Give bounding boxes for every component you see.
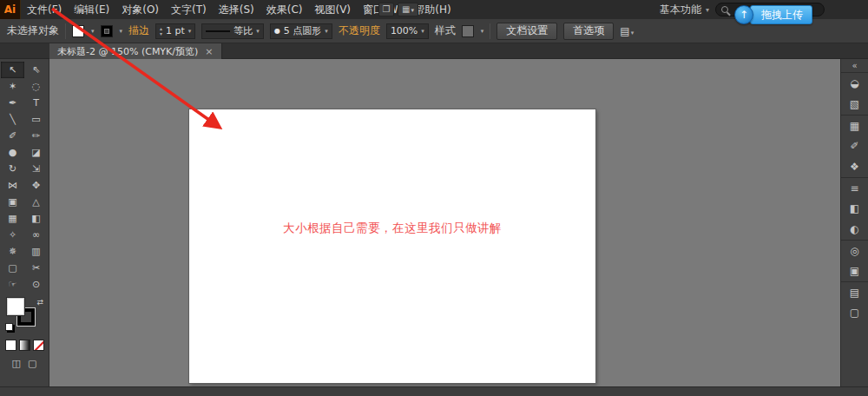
document-setup-button[interactable]: 文档设置 (496, 23, 557, 40)
fill-color-swatch[interactable] (72, 25, 84, 37)
fill-swatch[interactable] (7, 298, 24, 315)
arrange-documents-icon[interactable]: ❐ (378, 3, 394, 16)
free-transform-tool[interactable]: ✥ (24, 177, 48, 194)
eyedropper-tool[interactable]: ✧ (1, 227, 24, 243)
stroke-width-combo[interactable]: ▴▾ 1 pt ▾ (155, 23, 195, 39)
workspace-switcher[interactable]: 基本功能 ▾ (653, 0, 716, 19)
width-tool[interactable]: ⋈ (1, 177, 24, 194)
style-swatch[interactable] (462, 25, 474, 37)
selection-status: 未选择对象 (7, 23, 59, 38)
type-tool[interactable]: T (24, 95, 48, 111)
none-mode-button[interactable] (33, 340, 44, 351)
menu-item[interactable]: 效果(C) (260, 0, 309, 19)
column-graph-tool[interactable]: ▥ (24, 243, 48, 260)
gradient-tool[interactable]: ◧ (24, 210, 48, 227)
chevron-down-icon: ▾ (706, 6, 709, 14)
artboard-tool[interactable]: ▢ (1, 260, 24, 276)
chevron-down-icon[interactable]: ▾ (91, 28, 95, 35)
menu-item[interactable]: 文字(T) (165, 0, 213, 19)
rotate-tool[interactable]: ↻ (1, 161, 24, 177)
menu-item[interactable]: 文件(F) (21, 0, 68, 19)
menu-item[interactable]: 对象(O) (115, 0, 165, 19)
separator (490, 23, 490, 39)
chevron-down-icon: ▾ (631, 30, 635, 36)
document-tab-bar: 未标题-2 @ 150% (CMYK/预览) × (0, 43, 868, 59)
color-panel-icon[interactable]: ◒ (841, 73, 868, 94)
chevron-down-icon[interactable]: ▾ (188, 28, 192, 35)
slice-tool[interactable]: ✂ (24, 260, 48, 276)
style-label: 样式 (435, 23, 456, 38)
chevron-down-icon[interactable]: ▾ (256, 28, 260, 35)
color-mode-button[interactable] (5, 340, 16, 351)
symbols-panel-icon[interactable]: ❖ (841, 156, 868, 177)
stroke-profile-combo[interactable]: 等比 ▾ (201, 23, 264, 39)
color-guide-panel-icon[interactable]: ▧ (841, 94, 868, 115)
perspective-grid-tool[interactable]: △ (24, 194, 48, 210)
brush-combo[interactable]: ● 5 点圆形 ▾ (270, 23, 332, 39)
document-layout-icon[interactable]: ▦▾ (398, 3, 418, 16)
scale-tool[interactable]: ⇲ (24, 161, 48, 177)
brushes-panel-icon[interactable]: ✐ (841, 135, 868, 156)
artboards-panel-icon[interactable]: ▢ (841, 302, 868, 323)
stepper-arrows[interactable]: ▴▾ (160, 26, 162, 36)
chevron-down-icon[interactable]: ▾ (481, 28, 484, 35)
drawing-modes-button[interactable]: ◫ (12, 358, 21, 369)
preferences-button[interactable]: 首选项 (563, 23, 614, 40)
shape-builder-tool[interactable]: ▣ (1, 194, 24, 210)
toolbar-bottom-row: ◫ ▢ (0, 358, 49, 369)
upload-badge[interactable]: ↑ 拖拽上传 (734, 5, 812, 24)
graphic-styles-panel-icon[interactable]: ▣ (841, 261, 868, 281)
swatches-panel-icon[interactable]: ▦ (841, 115, 868, 135)
rectangle-tool[interactable]: ▭ (24, 111, 48, 128)
brush-value: 5 点圆形 (284, 24, 322, 37)
magic-wand-tool[interactable]: ✶ (1, 78, 24, 95)
zoom-tool[interactable]: ⊙ (24, 276, 48, 293)
gradient-panel-icon[interactable]: ◧ (841, 198, 868, 219)
cloud-upload-icon[interactable]: ↑ (734, 5, 753, 24)
stroke-color-swatch[interactable] (101, 25, 113, 37)
menu-item[interactable]: 编辑(E) (68, 0, 115, 19)
expand-panels-icon[interactable]: « (841, 59, 868, 73)
stroke-panel-icon[interactable]: ≡ (841, 177, 868, 198)
close-icon[interactable]: × (205, 46, 213, 57)
transparency-panel-icon[interactable]: ◐ (841, 219, 868, 240)
gradient-mode-button[interactable] (19, 340, 30, 351)
document-tab[interactable]: 未标题-2 @ 150% (CMYK/预览) × (49, 43, 222, 59)
opacity-combo[interactable]: 100% ▾ (386, 23, 429, 39)
artboard[interactable]: 大小根据自己需要，在这里我们只做讲解 (189, 109, 595, 383)
menu-item[interactable]: 视图(V) (308, 0, 357, 19)
layers-panel-icon[interactable]: ▤ (841, 281, 868, 302)
default-fill-stroke-icon[interactable] (5, 323, 13, 331)
illustrator-logo[interactable]: Ai (0, 0, 21, 19)
symbol-sprayer-tool[interactable]: ✵ (1, 243, 24, 260)
swap-fill-stroke-icon[interactable]: ⇄ (36, 298, 43, 307)
canvas-area[interactable]: 大小根据自己需要，在这里我们只做讲解 (49, 59, 840, 386)
upload-badge-label: 拖拽上传 (750, 5, 812, 24)
hand-tool[interactable]: ☞ (1, 276, 24, 293)
artboard-text: 大小根据自己需要，在这里我们只做讲解 (189, 221, 595, 236)
blend-tool[interactable]: ∞ (24, 227, 48, 243)
opacity-link[interactable]: 不透明度 (339, 23, 380, 38)
mesh-tool[interactable]: ▦ (1, 210, 24, 227)
appearance-panel-icon[interactable]: ◎ (841, 240, 868, 261)
stroke-link[interactable]: 描边 (128, 23, 149, 38)
screen-mode-button[interactable]: ▢ (28, 358, 36, 369)
arrange-documents-glyph: ❐ (383, 4, 391, 14)
direct-selection-tool[interactable]: ⇖ (24, 62, 48, 78)
control-panel-menu-icon[interactable]: ▤▾ (620, 25, 634, 37)
line-segment-tool[interactable]: ╲ (1, 111, 24, 128)
lasso-tool[interactable]: ◌ (24, 78, 48, 95)
eraser-tool[interactable]: ◪ (24, 144, 48, 161)
menu-item[interactable]: 选择(S) (213, 0, 260, 19)
chevron-down-icon[interactable]: ▾ (421, 28, 424, 35)
separator (65, 23, 66, 39)
stroke-profile-value: 等比 (233, 24, 253, 37)
chevron-down-icon[interactable]: ▾ (325, 28, 328, 35)
paintbrush-tool[interactable]: ✐ (1, 128, 24, 144)
chevron-down-icon[interactable]: ▾ (120, 28, 123, 35)
pen-tool[interactable]: ✒ (1, 95, 24, 111)
blob-brush-tool[interactable]: ● (1, 144, 24, 161)
selection-tool[interactable]: ↖ (1, 62, 24, 78)
pencil-tool[interactable]: ✏ (24, 128, 48, 144)
tool-grid: ↖ ⇖ ✶ ◌ ✒ T ╲ ▭ ✐ ✏ ● ◪ ↻ ⇲ ⋈ ✥ (1, 62, 48, 293)
